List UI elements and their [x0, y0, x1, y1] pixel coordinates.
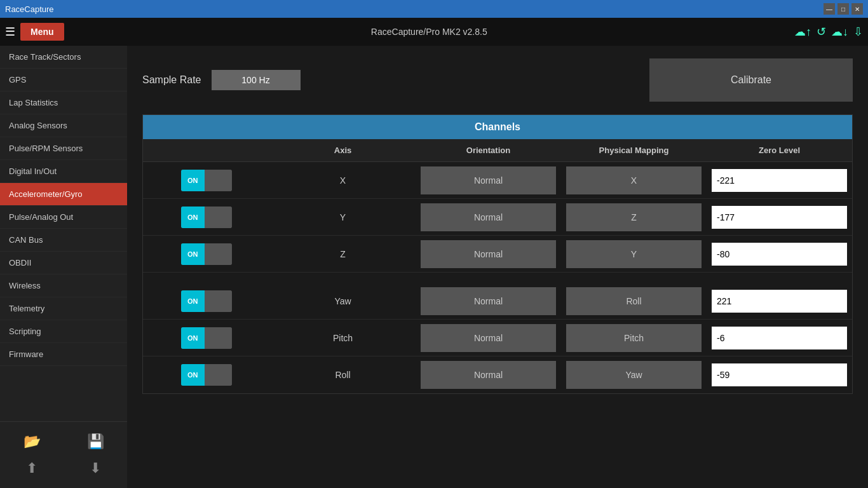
physical-btn-y[interactable]: Z [566, 203, 702, 231]
sidebar-item-can-bus[interactable]: CAN Bus [0, 229, 127, 252]
app-title: RaceCapture/Pro MK2 v2.8.5 [371, 27, 487, 37]
zero-input-y[interactable] [712, 206, 847, 229]
channel-row-x: ONXNormalX [143, 162, 852, 199]
physical-cell-z: Y [561, 238, 707, 271]
menu-bar: ☰ Menu RaceCapture/Pro MK2 v2.8.5 ☁↑ ↺ ☁… [0, 18, 868, 46]
open-folder-icon[interactable]: 📂 [24, 433, 41, 450]
sidebar-item-telemetry[interactable]: Telemetry [0, 297, 127, 320]
col-header-axis: Axis [270, 146, 416, 155]
channel-row-roll: ONRollNormalYaw [143, 356, 852, 393]
maximize-button[interactable]: □ [837, 3, 849, 15]
orientation-btn-roll[interactable]: Normal [421, 361, 556, 389]
zero-input-z[interactable] [712, 243, 847, 266]
sidebar-item-accel-gyro[interactable]: Accelerometer/Gyro [0, 183, 127, 206]
body: Race Track/SectorsGPSLap StatisticsAnalo… [0, 46, 868, 488]
toggle-cell-pitch: ON [143, 322, 270, 354]
zero-cell-y [707, 203, 852, 231]
sidebar-nav: Race Track/SectorsGPSLap StatisticsAnalo… [0, 46, 127, 421]
cloud-upload-icon[interactable]: ☁↑ [794, 25, 811, 39]
sidebar-item-race-track[interactable]: Race Track/Sectors [0, 46, 127, 69]
sidebar-item-scripting[interactable]: Scripting [0, 320, 127, 343]
sidebar-item-obdii[interactable]: OBDII [0, 252, 127, 274]
zero-input-pitch[interactable] [712, 327, 847, 349]
physical-cell-pitch: Pitch [561, 322, 707, 355]
calibrate-button[interactable]: Calibrate [649, 58, 853, 102]
orientation-btn-pitch[interactable]: Normal [421, 324, 556, 352]
close-button[interactable]: ✕ [851, 3, 863, 15]
sidebar: Race Track/SectorsGPSLap StatisticsAnalo… [0, 46, 127, 488]
axis-y: Y [270, 212, 416, 222]
toggle-cell-roll: ON [143, 359, 270, 391]
minimize-button[interactable]: — [824, 3, 835, 15]
sidebar-item-analog-sensors[interactable]: Analog Sensors [0, 114, 127, 137]
sidebar-item-digital-io[interactable]: Digital In/Out [0, 160, 127, 183]
sidebar-footer: 📂 💾 ⬆ ⬇ [0, 421, 127, 488]
axis-x: X [270, 175, 416, 186]
orientation-btn-x[interactable]: Normal [421, 166, 556, 194]
toggle-x[interactable]: ON [181, 170, 232, 191]
zero-cell-z [707, 240, 852, 268]
orientation-btn-y[interactable]: Normal [421, 203, 556, 231]
cloud-download-icon[interactable]: ☁↓ [831, 25, 848, 39]
orientation-cell-z: Normal [416, 238, 561, 271]
sample-rate-label: Sample Rate [142, 74, 201, 86]
physical-cell-roll: Yaw [561, 358, 707, 391]
title-bar: RaceCapture — □ ✕ [0, 0, 868, 18]
physical-cell-y: Z [561, 201, 707, 234]
orientation-cell-x: Normal [416, 164, 561, 197]
save-icon[interactable]: 💾 [87, 433, 104, 450]
sidebar-item-pulse-rpm[interactable]: Pulse/RPM Sensors [0, 137, 127, 160]
physical-btn-x[interactable]: X [566, 166, 702, 194]
zero-input-x[interactable] [712, 169, 847, 192]
upload-icon[interactable]: ⬆ [26, 460, 37, 477]
col-header-orientation: Orientation [416, 146, 561, 155]
orientation-cell-yaw: Normal [416, 285, 561, 318]
cloud-sync-icon[interactable]: ↺ [817, 25, 826, 39]
zero-cell-roll [707, 361, 852, 389]
orientation-btn-yaw[interactable]: Normal [421, 287, 556, 315]
sidebar-item-firmware[interactable]: Firmware [0, 343, 127, 366]
axis-roll: Roll [270, 370, 416, 380]
toggle-pitch[interactable]: ON [181, 327, 232, 349]
channels-col-headers: Axis Orientation Physical Mapping Zero L… [143, 139, 852, 162]
zero-cell-x [707, 166, 852, 194]
download-icon-footer[interactable]: ⬇ [90, 460, 101, 477]
orientation-cell-roll: Normal [416, 358, 561, 391]
physical-btn-pitch[interactable]: Pitch [566, 324, 702, 352]
physical-cell-yaw: Roll [561, 285, 707, 318]
channel-row-pitch: ONPitchNormalPitch [143, 320, 852, 356]
orientation-btn-z[interactable]: Normal [421, 240, 556, 268]
toggle-z[interactable]: ON [181, 243, 232, 265]
axis-z: Z [270, 249, 416, 259]
sidebar-item-pulse-analog-out[interactable]: Pulse/Analog Out [0, 206, 127, 229]
toggle-cell-y: ON [143, 201, 270, 233]
orientation-cell-y: Normal [416, 201, 561, 234]
toggle-roll[interactable]: ON [181, 364, 232, 386]
axis-yaw: Yaw [270, 296, 416, 306]
sample-rate-row: Sample Rate 100 Hz Calibrate [142, 58, 853, 102]
sidebar-item-wireless[interactable]: Wireless [0, 274, 127, 297]
toggle-cell-z: ON [143, 238, 270, 270]
sidebar-item-gps[interactable]: GPS [0, 69, 127, 92]
physical-btn-z[interactable]: Y [566, 240, 702, 268]
physical-btn-yaw[interactable]: Roll [566, 287, 702, 315]
physical-cell-x: X [561, 164, 707, 197]
zero-input-roll[interactable] [712, 363, 847, 386]
menu-button[interactable]: Menu [20, 23, 64, 41]
toggle-cell-yaw: ON [143, 285, 270, 317]
section-gap [143, 273, 852, 283]
toggle-y[interactable]: ON [181, 207, 232, 228]
hamburger-icon[interactable]: ☰ [5, 25, 15, 39]
col-header-toggle [143, 146, 270, 155]
toggle-yaw[interactable]: ON [181, 290, 232, 312]
footer-row-2: ⬆ ⬇ [0, 455, 127, 482]
sidebar-item-lap-statistics[interactable]: Lap Statistics [0, 92, 127, 114]
physical-btn-roll[interactable]: Yaw [566, 361, 702, 389]
channel-row-yaw: ONYawNormalRoll [143, 283, 852, 320]
menu-left: ☰ Menu [5, 23, 64, 41]
header-icons: ☁↑ ↺ ☁↓ ⇩ [794, 25, 863, 39]
sample-rate-select[interactable]: 100 Hz [212, 70, 301, 90]
download-icon[interactable]: ⇩ [853, 25, 863, 39]
zero-cell-yaw [707, 287, 852, 315]
zero-input-yaw[interactable] [712, 290, 847, 313]
